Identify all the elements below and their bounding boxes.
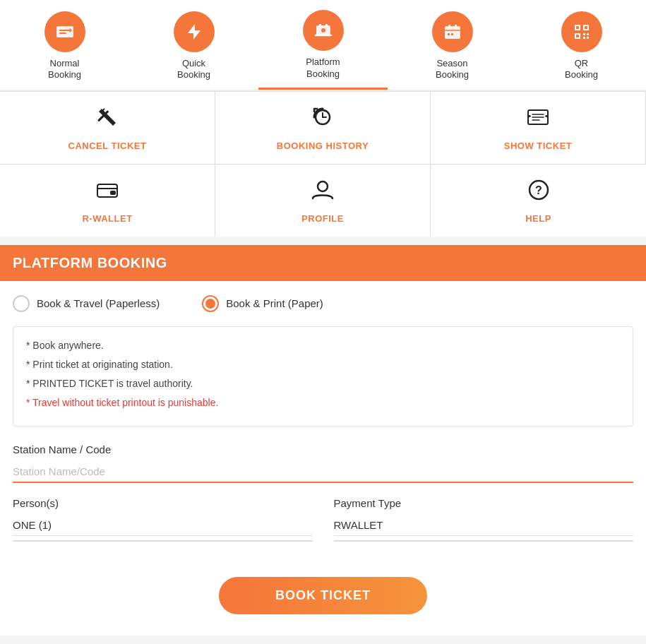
radio-row: Book & Travel (Paperless) Book & Print (… xyxy=(13,295,633,312)
help-icon: ? xyxy=(526,177,551,208)
qr-booking-label: QRBooking xyxy=(565,58,598,82)
persons-field-group: Person(s) ONE (1) xyxy=(13,497,313,542)
info-line-2: * Print ticket at originating station. xyxy=(26,357,620,372)
radio-paperless-outer xyxy=(13,295,30,312)
radio-paper-label: Book & Print (Paper) xyxy=(226,297,323,309)
radio-paper-outer xyxy=(202,295,219,312)
svg-text:?: ? xyxy=(535,184,542,196)
show-ticket-cell[interactable]: SHOW TICKET xyxy=(431,92,646,165)
info-line-3: * PRINTED TICKET is travel authority. xyxy=(26,376,620,391)
nav-item-platform-booking[interactable]: PlatformBooking xyxy=(258,0,388,90)
booking-form: Book & Travel (Paperless) Book & Print (… xyxy=(0,281,646,636)
platform-booking-label: PlatformBooking xyxy=(306,56,340,80)
svg-rect-16 xyxy=(576,35,579,37)
persons-value[interactable]: ONE (1) xyxy=(13,515,313,536)
profile-icon xyxy=(310,177,335,208)
quick-booking-icon xyxy=(174,11,215,52)
booking-history-icon xyxy=(310,105,335,135)
normal-booking-label: NormalBooking xyxy=(48,58,81,82)
platform-booking-icon xyxy=(303,10,344,51)
cancel-ticket-label: CANCEL TICKET xyxy=(68,141,147,151)
svg-rect-6 xyxy=(445,26,460,39)
cancel-ticket-icon xyxy=(95,105,120,135)
svg-rect-7 xyxy=(448,25,450,28)
booking-history-label: BOOKING HISTORY xyxy=(277,141,369,151)
quick-booking-label: QuickBooking xyxy=(177,58,210,82)
persons-payment-row: Person(s) ONE (1) Payment Type RWALLET xyxy=(13,497,633,556)
book-btn-wrap: BOOK TICKET xyxy=(13,577,633,614)
payment-label: Payment Type xyxy=(334,497,634,509)
cancel-ticket-cell[interactable]: CANCEL TICKET xyxy=(0,92,215,165)
profile-label: PROFILE xyxy=(301,213,344,224)
station-input[interactable] xyxy=(13,461,633,483)
normal-booking-icon xyxy=(44,11,85,52)
station-field-group: Station Name / Code xyxy=(13,443,633,483)
nav-item-qr-booking[interactable]: QRBooking xyxy=(517,0,646,90)
nav-item-season-booking[interactable]: SeasonBooking xyxy=(388,0,517,90)
svg-rect-8 xyxy=(455,25,457,28)
svg-point-5 xyxy=(321,28,325,32)
season-booking-icon xyxy=(432,11,473,52)
r-wallet-icon xyxy=(95,177,120,208)
radio-paperless[interactable]: Book & Travel (Paperless) xyxy=(13,295,160,312)
info-box: * Book anywhere. * Print ticket at origi… xyxy=(13,326,633,427)
r-wallet-label: R-WALLET xyxy=(82,213,132,224)
payment-field-group: Payment Type RWALLET xyxy=(334,497,634,542)
book-ticket-button[interactable]: BOOK TICKET xyxy=(219,577,427,614)
svg-rect-3 xyxy=(319,24,321,27)
svg-rect-10 xyxy=(451,33,453,35)
show-ticket-icon xyxy=(525,105,551,135)
svg-rect-17 xyxy=(583,33,585,35)
svg-rect-12 xyxy=(576,26,579,29)
svg-rect-20 xyxy=(587,37,589,39)
svg-rect-14 xyxy=(585,26,587,29)
svg-rect-24 xyxy=(110,191,116,195)
info-line-warning: * Travel without ticket printout is puni… xyxy=(26,395,620,410)
svg-rect-9 xyxy=(448,33,450,35)
qr-booking-icon xyxy=(561,11,602,52)
show-ticket-label: SHOW TICKET xyxy=(504,141,573,151)
profile-cell[interactable]: PROFILE xyxy=(215,165,431,237)
nav-item-quick-booking[interactable]: QuickBooking xyxy=(129,0,258,90)
season-booking-label: SeasonBooking xyxy=(436,58,469,82)
payment-value[interactable]: RWALLET xyxy=(334,515,634,536)
persons-label: Person(s) xyxy=(13,497,313,509)
radio-paper-inner xyxy=(205,299,215,309)
svg-point-25 xyxy=(318,181,328,191)
nav-item-normal-booking[interactable]: NormalBooking xyxy=(0,0,129,90)
action-grid: CANCEL TICKET BOOKING HISTORY SHOW TICKE… xyxy=(0,91,646,237)
station-label: Station Name / Code xyxy=(13,443,633,455)
svg-rect-19 xyxy=(583,37,585,39)
booking-history-cell[interactable]: BOOKING HISTORY xyxy=(215,92,431,165)
info-line-1: * Book anywhere. xyxy=(26,338,620,353)
help-cell[interactable]: ? HELP xyxy=(431,165,646,237)
svg-rect-18 xyxy=(587,33,589,35)
radio-paperless-label: Book & Travel (Paperless) xyxy=(37,297,160,309)
radio-paper[interactable]: Book & Print (Paper) xyxy=(202,295,323,312)
svg-rect-0 xyxy=(56,26,73,37)
svg-marker-1 xyxy=(188,24,201,40)
top-nav: NormalBooking QuickBooking PlatformBooki… xyxy=(0,0,646,91)
svg-rect-4 xyxy=(325,24,328,27)
help-label: HELP xyxy=(525,213,551,224)
r-wallet-cell[interactable]: R-WALLET xyxy=(0,165,215,237)
section-title: PLATFORM BOOKING xyxy=(0,245,646,281)
